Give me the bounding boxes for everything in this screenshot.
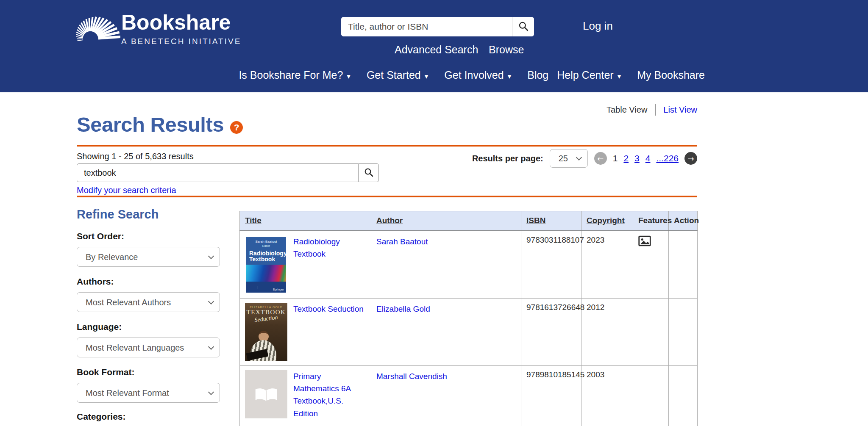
chevron-down-icon: ▾ <box>347 72 351 80</box>
chevron-down-icon: ▾ <box>508 72 512 80</box>
column-header-action: Action <box>669 211 698 231</box>
site-header: Bookshare A BENETECH INITIATIVE Log in A… <box>0 0 868 92</box>
filter-select-book-format[interactable]: Most Relevant Format <box>77 383 220 403</box>
cover-author-text: ELIZABELLA GOLD <box>245 306 287 309</box>
bookshare-logo[interactable]: Bookshare A BENETECH INITIATIVE <box>64 6 241 46</box>
book-features <box>633 365 669 426</box>
pagination-page-link[interactable]: 3 <box>634 153 640 163</box>
cover-role-text: Editor <box>246 244 286 248</box>
view-toggle-divider <box>655 104 656 116</box>
column-header-title[interactable]: Title <box>240 211 371 231</box>
nav-item-is-bookshare-for-me[interactable]: Is Bookshare For Me?▾ <box>239 69 350 81</box>
book-isbn: 9783031188107 <box>521 231 581 299</box>
results-search-input[interactable] <box>77 163 359 182</box>
pagination-page-link[interactable]: 4 <box>645 153 651 163</box>
results-per-page: Results per page: 25 ←1234...226→ <box>472 149 697 168</box>
header-search-button[interactable] <box>512 17 534 36</box>
filter-label-authors: Authors: <box>77 277 220 287</box>
header-search-input[interactable] <box>341 17 512 36</box>
refine-search-title: Refine Search <box>77 207 220 221</box>
book-cover-image: Sarah BaatoutEditorRadiobiologyTextbookS… <box>245 235 287 294</box>
book-cover-placeholder <box>245 370 287 418</box>
column-header-copyright[interactable]: Copyright <box>581 211 633 231</box>
filter-select-sort-order[interactable]: By Relevance <box>77 247 220 267</box>
table-view-toggle[interactable]: Table View <box>606 105 647 115</box>
divider-orange-top <box>77 145 697 147</box>
pagination-next-icon[interactable]: → <box>684 152 697 165</box>
nav-item-blog[interactable]: Blog <box>527 69 548 81</box>
book-copyright: 2023 <box>581 231 633 299</box>
book-action <box>669 365 698 426</box>
main-nav: Is Bookshare For Me?▾Get Started▾Get Inv… <box>239 69 705 81</box>
filter-label-language: Language: <box>77 322 220 332</box>
column-header-author[interactable]: Author <box>371 211 521 231</box>
book-title-link[interactable]: Textbook Seduction <box>293 303 364 361</box>
book-author-link[interactable]: Elizabella Gold <box>376 304 430 313</box>
brand-name: Bookshare <box>121 12 241 33</box>
search-icon <box>364 167 374 179</box>
filter-label-book-format: Book Format: <box>77 367 220 377</box>
page-title: Search Results <box>77 113 224 136</box>
cover-author-text: Sarah Baatout <box>246 240 286 244</box>
cover-abstract-art <box>246 265 286 282</box>
advanced-search-link[interactable]: Advanced Search <box>395 44 478 56</box>
login-link[interactable]: Log in <box>583 19 613 33</box>
pagination-prev-icon[interactable]: ← <box>594 152 607 165</box>
modify-search-link[interactable]: Modify your search criteria <box>77 185 176 195</box>
table-row: Primary Mathematics 6A Textbook,U.S. Edi… <box>240 365 698 426</box>
cover-publisher-text: Springer <box>273 288 284 291</box>
book-features <box>633 298 669 365</box>
book-title-link[interactable]: Radiobiology Textbook <box>293 235 366 294</box>
pagination-page-link[interactable]: 2 <box>623 153 629 163</box>
column-header-isbn[interactable]: ISBN <box>521 211 581 231</box>
book-isbn: 9789810185145 <box>521 365 581 426</box>
browse-link[interactable]: Browse <box>489 44 524 56</box>
book-cover-image: ELIZABELLA GOLDTEXTBOOKSeduction <box>245 303 287 361</box>
pagination-current-page: 1 <box>613 153 618 163</box>
header-search <box>341 17 534 36</box>
table-row: ELIZABELLA GOLDTEXTBOOKSeductionTextbook… <box>240 298 698 365</box>
book-action <box>669 231 698 299</box>
nav-item-my-bookshare[interactable]: My Bookshare <box>637 69 705 81</box>
table-header-row: TitleAuthorISBNCopyrightFeaturesAction <box>240 211 698 231</box>
book-isbn: 9781613726648 <box>521 298 581 365</box>
results-table: TitleAuthorISBNCopyrightFeaturesAction S… <box>239 211 698 426</box>
filter-select-authors[interactable]: Most Relevant Authors <box>77 292 220 312</box>
per-page-select[interactable]: 25 <box>550 149 588 168</box>
help-icon[interactable]: ? <box>230 121 243 134</box>
main-content: Table View List View Search Results ? Sh… <box>0 92 868 426</box>
book-copyright: 2003 <box>581 365 633 426</box>
table-row: Sarah BaatoutEditorRadiobiologyTextbookS… <box>240 231 698 299</box>
nav-item-help-center[interactable]: Help Center▾ <box>557 69 621 81</box>
image-feature-icon <box>638 235 651 246</box>
bookshare-fan-icon <box>64 6 120 46</box>
cover-badge <box>249 286 258 289</box>
book-features <box>633 231 669 299</box>
book-title-link[interactable]: Primary Mathematics 6A Textbook,U.S. Edi… <box>293 370 366 420</box>
filter-select-language[interactable]: Most Relevant Languages <box>77 337 220 357</box>
chevron-down-icon: ▾ <box>618 72 621 80</box>
results-search-button[interactable] <box>359 163 379 182</box>
page: Bookshare A BENETECH INITIATIVE Log in A… <box>0 0 868 426</box>
pagination-page-link[interactable]: ...226 <box>656 153 679 163</box>
brand-tagline: A BENETECH INITIATIVE <box>121 37 241 46</box>
book-author-link[interactable]: Sarah Baatout <box>376 237 428 246</box>
cover-title-text: RadiobiologyTextbook <box>246 248 286 264</box>
list-view-link[interactable]: List View <box>663 105 697 115</box>
results-summary: Showing 1 - 25 of 5,633 results <box>77 152 194 161</box>
open-book-icon <box>254 385 278 404</box>
results-search <box>77 163 379 182</box>
nav-item-get-involved[interactable]: Get Involved▾ <box>444 69 511 81</box>
divider-orange-bottom <box>77 196 697 197</box>
pagination: ←1234...226→ <box>594 152 697 165</box>
categories-label: Categories: <box>77 412 220 422</box>
book-author-link[interactable]: Marshall Cavendish <box>376 372 447 381</box>
book-copyright: 2012 <box>581 298 633 365</box>
book-action <box>669 298 698 365</box>
search-icon <box>518 21 529 33</box>
nav-item-get-started[interactable]: Get Started▾ <box>367 69 428 81</box>
chevron-down-icon: ▾ <box>425 72 428 80</box>
refine-search-panel: Refine Search Sort Order:By RelevanceAut… <box>77 207 220 426</box>
column-header-features: Features <box>633 211 669 231</box>
results-per-page-label: Results per page: <box>472 154 543 163</box>
